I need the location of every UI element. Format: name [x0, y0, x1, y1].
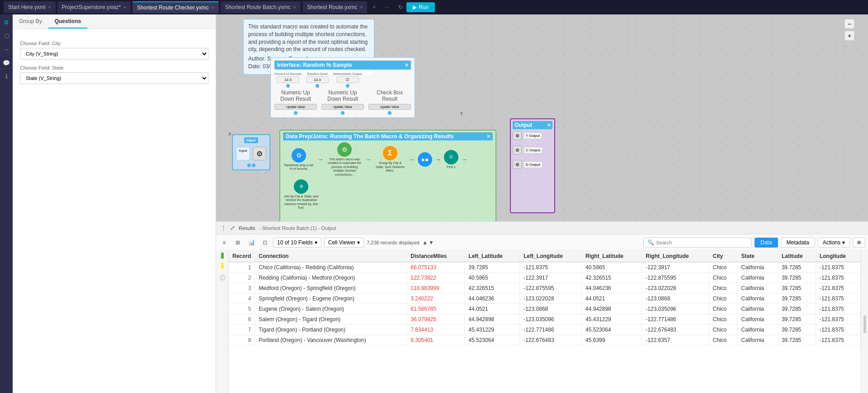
close-icon[interactable]: × — [123, 5, 126, 10]
close-icon[interactable]: × — [212, 5, 214, 10]
tab-metadata-button[interactable]: Metadata — [781, 238, 815, 248]
table-row: 1 Chico (California) - Redding (Californ… — [229, 262, 861, 273]
arrow4: → — [435, 156, 441, 163]
cell-distance: 36.079825 — [407, 314, 465, 325]
interface-inner: Percent of Records 12.3 Random Seed 12.3… — [274, 72, 411, 88]
field-state-select[interactable]: State (V_String) — [20, 72, 208, 84]
tools-icon[interactable]: ⬡ — [1, 31, 11, 41]
toolbar-chart-icon[interactable]: 📊 — [246, 237, 257, 248]
toolbar-list-icon[interactable]: ≡ — [219, 237, 230, 248]
actions-button[interactable]: Actions ▾ — [818, 238, 850, 248]
records-count: 7,236 records displayed — [367, 240, 420, 245]
cell-city: Chico — [709, 262, 737, 273]
cell-viewer-button[interactable]: Cell Viewer ▾ — [324, 238, 364, 248]
cell-lat: 39.7285 — [778, 273, 816, 283]
close-icon[interactable]: × — [48, 5, 51, 10]
data-table-container[interactable]: Record Connection DistanceMiles Left_Lat… — [229, 251, 861, 393]
cell-record: 4 — [229, 294, 255, 304]
cell-connection: Portland (Oregon) - Vancouver (Washingto… — [255, 335, 407, 346]
cell-state: California — [737, 335, 778, 346]
inode-seed: Random Seed 12.3 — [306, 72, 329, 88]
connectors-bottom — [274, 111, 411, 115]
table-body: 1 Chico (California) - Redding (Californ… — [229, 262, 861, 346]
results-expand-icon[interactable]: ⤢ — [230, 225, 235, 231]
cell-state: California — [737, 314, 778, 325]
settings-icon[interactable]: ⚙ — [1, 17, 11, 27]
add-tab-button[interactable]: + — [369, 2, 379, 12]
info-circle-icon[interactable]: ⓘ — [220, 274, 225, 282]
refresh-icon[interactable]: ↻ — [398, 4, 403, 10]
fields-count-badge[interactable]: 10 of 10 Fields ▾ — [273, 238, 321, 248]
info-icon[interactable]: ℹ — [1, 71, 11, 81]
tab-shortest-route-batch[interactable]: Shortest Route Batch.yxmc × — [221, 1, 301, 13]
col-record: Record — [229, 251, 255, 262]
close-icon[interactable]: × — [360, 5, 363, 10]
cell-left-lon: -122.875595 — [520, 283, 582, 294]
data-prep-title: Data Prep/Joins: Running The Batch Macro… — [283, 132, 493, 140]
interface-close-icon[interactable]: × — [405, 62, 408, 68]
sort-asc-button[interactable]: ▲ — [422, 239, 428, 246]
search-input[interactable] — [656, 240, 748, 245]
f-indicator: F — [229, 132, 231, 136]
cell-lon: -121.8375 — [816, 283, 860, 294]
zoom-in-button[interactable]: + — [844, 31, 854, 41]
col-distance: DistanceMiles — [407, 251, 465, 262]
cell-left-lon: -123.0868 — [520, 304, 582, 314]
output-close-icon[interactable]: × — [547, 122, 551, 128]
tab-group-by[interactable]: Group By — [13, 14, 48, 28]
run-button[interactable]: ▶ Run — [406, 2, 435, 12]
tab-start-here[interactable]: Start Here.yxml × — [4, 1, 56, 13]
tab-data-button[interactable]: Data — [755, 238, 778, 248]
zoom-out-button[interactable]: − — [844, 19, 854, 29]
close-icon[interactable]: × — [293, 5, 296, 10]
output-gear-t[interactable]: ⚙ — [513, 131, 522, 140]
inode-deterministic: Deterministic Output ☑ — [333, 72, 362, 88]
output-row-t: ⚙ T Output — [513, 131, 552, 140]
cell-city: Chico — [709, 273, 737, 283]
output-gear-d[interactable]: ⚙ — [513, 160, 522, 169]
field-state-label: Choose Field: State — [20, 65, 208, 70]
cell-lat: 39.7285 — [778, 304, 816, 314]
col-right-lat: Right_Latitude — [582, 251, 642, 262]
toolbar-map-icon[interactable]: ⊡ — [259, 237, 270, 248]
search-box: 🔍 — [643, 238, 752, 248]
cell-record: 2 — [229, 273, 255, 283]
cell-lon: -121.8375 — [816, 335, 860, 346]
cell-lat: 39.7285 — [778, 262, 816, 273]
tab-questions[interactable]: Questions — [48, 14, 88, 28]
field-city-select[interactable]: City (V_String) — [20, 48, 208, 60]
more-tabs-button[interactable]: ··· — [381, 2, 393, 12]
tab-shortest-route-checker[interactable]: Shortest Route Checker.yxmc × — [132, 1, 219, 13]
cell-left-lat: 42.326515 — [465, 283, 520, 294]
interface-sample-box: Interface: Random % Sample × Percent of … — [270, 57, 415, 118]
table-row: 7 Tigard (Oregon) - Portland (Oregon) 7.… — [229, 325, 861, 335]
tab-shortest-route[interactable]: Shortest Route.yxmc × — [302, 1, 367, 13]
output-gear-c[interactable]: ⚙ — [513, 145, 522, 154]
cell-right-lon: -123.0868 — [642, 294, 709, 304]
output-row-c: ⚙ C Output — [513, 145, 552, 154]
cell-city: Chico — [709, 325, 737, 335]
cell-right-lon: -122.875595 — [642, 273, 709, 283]
data-prep-close-icon[interactable]: × — [487, 133, 490, 140]
input-gear-node[interactable]: ⚙ — [253, 147, 266, 160]
chevron-down-icon: ▾ — [842, 239, 845, 246]
search-icon: 🔍 — [647, 239, 654, 246]
toolbar-grid-icon[interactable]: ⊞ — [232, 237, 243, 248]
cell-city: Chico — [709, 335, 737, 346]
cell-lon: -121.8375 — [816, 325, 860, 335]
cell-left-lon: -122.676483 — [520, 335, 582, 346]
connect-icon[interactable]: ↔ — [1, 44, 11, 54]
main-layout: ⚙ ⬡ ↔ 💬 ℹ Group By Questions Choose Fiel… — [0, 14, 868, 393]
sort-desc-button[interactable]: ▼ — [429, 239, 434, 246]
cell-state: California — [737, 294, 778, 304]
toggle-view-button[interactable]: ⊞ — [853, 238, 865, 248]
right-scroll-bar[interactable] — [861, 251, 868, 393]
tab-project-superstore[interactable]: ProjectSuperstore.yxwz* × — [57, 1, 131, 13]
cell-record: 7 — [229, 325, 255, 335]
cell-distance: 61.566785 — [407, 304, 465, 314]
comment-icon[interactable]: 💬 — [1, 58, 11, 68]
wf-node-sum: Σ Group By City & State, Sum Distance Mi… — [374, 146, 406, 173]
results-options-icon[interactable]: ⋮ — [221, 225, 226, 231]
cell-left-lat: 40.5865 — [465, 273, 520, 283]
cell-right-lon: -123.022028 — [642, 283, 709, 294]
